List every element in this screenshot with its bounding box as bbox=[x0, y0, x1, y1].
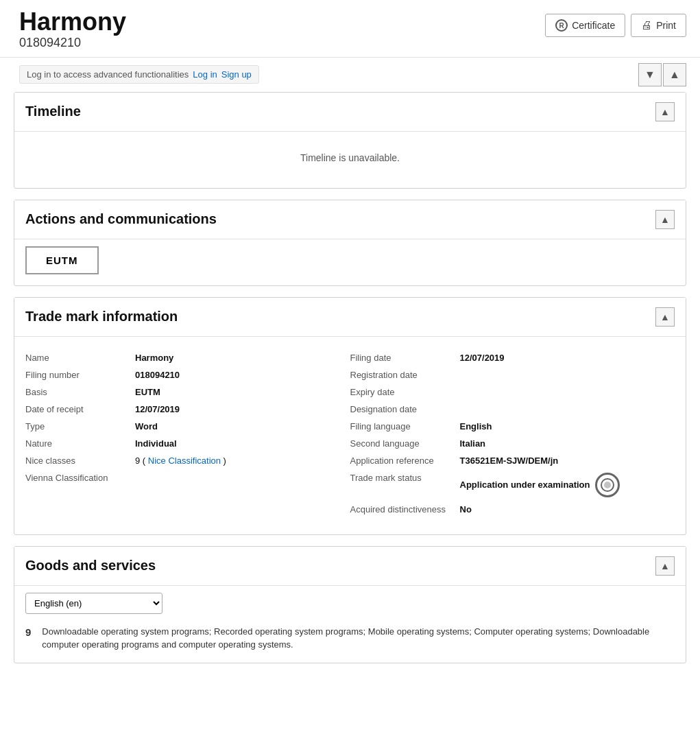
tm-label-filing-language: Filing language bbox=[350, 421, 460, 431]
tm-row-date-receipt: Date of receipt 12/07/2019 bbox=[25, 401, 350, 418]
timeline-section: Timeline ▲ Timeline is unavailable. bbox=[14, 92, 686, 189]
trademark-section-header[interactable]: Trade mark information ▲ bbox=[14, 298, 686, 336]
expand-all-button[interactable]: ▲ bbox=[663, 63, 686, 86]
tm-row-nice-classes: Nice classes 9 ( Nice Classification ) bbox=[25, 452, 350, 469]
tm-label-basis: Basis bbox=[25, 387, 135, 397]
trademark-info-body: Name Harmony Filing number 018094210 Bas… bbox=[14, 336, 686, 534]
tm-row-designation-date: Designation date bbox=[350, 401, 675, 418]
tm-label-filing-date: Filing date bbox=[350, 353, 460, 363]
gs-title: Goods and services bbox=[25, 558, 156, 573]
print-button[interactable]: 🖨 Print bbox=[631, 14, 686, 37]
tm-row-registration-date: Registration date bbox=[350, 366, 675, 383]
tm-value-nature: Individual bbox=[135, 438, 177, 449]
trademark-left-column: Name Harmony Filing number 018094210 Bas… bbox=[25, 349, 350, 518]
tm-label-status: Trade mark status bbox=[350, 473, 460, 483]
print-icon: 🖨 bbox=[641, 19, 652, 32]
tm-value-name: Harmony bbox=[135, 353, 173, 363]
tm-value-basis: EUTM bbox=[135, 387, 160, 397]
actions-title: Actions and communications bbox=[25, 211, 217, 227]
tm-value-filing-number: 018094210 bbox=[135, 370, 180, 380]
language-select[interactable]: English (en) Italian (it) bbox=[25, 593, 162, 614]
tm-label-filing-number: Filing number bbox=[25, 370, 135, 380]
tm-label-name: Name bbox=[25, 353, 135, 363]
login-bar: Log in to access advanced functionalitie… bbox=[0, 58, 700, 92]
page-header: Harmony 018094210 R Certificate 🖨 Print bbox=[0, 0, 700, 58]
trademark-info-title: Trade mark information bbox=[25, 309, 178, 324]
tm-label-expiry-date: Expiry date bbox=[350, 387, 460, 397]
tm-label-registration-date: Registration date bbox=[350, 370, 460, 380]
status-badge: Application under examination bbox=[460, 473, 620, 497]
gs-class-number: 9 bbox=[25, 625, 31, 638]
trademark-right-column: Filing date 12/07/2019 Registration date… bbox=[350, 349, 675, 518]
tm-value-second-language: Italian bbox=[460, 438, 486, 449]
tm-value-date-receipt: 12/07/2019 bbox=[135, 404, 180, 414]
gs-toggle-button[interactable]: ▲ bbox=[655, 556, 675, 576]
login-link[interactable]: Log in bbox=[193, 69, 217, 80]
tm-row-second-language: Second language Italian bbox=[350, 435, 675, 452]
gs-description: Downloadable operating system programs; … bbox=[42, 625, 675, 652]
status-icon bbox=[595, 473, 620, 497]
tm-row-status: Trade mark status Application under exam… bbox=[350, 469, 675, 501]
timeline-title: Timeline bbox=[25, 104, 81, 119]
gs-section-header[interactable]: Goods and services ▲ bbox=[14, 547, 686, 585]
timeline-section-header[interactable]: Timeline ▲ bbox=[14, 93, 686, 131]
tm-value-type: Word bbox=[135, 421, 158, 431]
trademark-table: Name Harmony Filing number 018094210 Bas… bbox=[25, 344, 675, 523]
tm-value-app-reference: T36521EM-SJW/DEM/jn bbox=[460, 456, 559, 466]
actions-section-header[interactable]: Actions and communications ▲ bbox=[14, 200, 686, 239]
goods-services-section: Goods and services ▲ English (en) Italia… bbox=[14, 546, 686, 663]
tm-label-type: Type bbox=[25, 421, 135, 431]
tm-label-acquired: Acquired distinctiveness bbox=[350, 504, 460, 515]
collapse-all-button[interactable]: ▼ bbox=[638, 63, 662, 86]
tm-label-nice-classes: Nice classes bbox=[25, 456, 135, 466]
tm-row-nature: Nature Individual bbox=[25, 435, 350, 452]
tm-row-basis: Basis EUTM bbox=[25, 383, 350, 401]
timeline-body: Timeline is unavailable. bbox=[14, 131, 686, 188]
status-text: Application under examination bbox=[460, 480, 590, 490]
tm-row-filing-language: Filing language English bbox=[350, 418, 675, 435]
tm-label-designation-date: Designation date bbox=[350, 404, 460, 414]
trademark-info-section: Trade mark information ▲ Name Harmony Fi… bbox=[14, 297, 686, 535]
tm-row-expiry-date: Expiry date bbox=[350, 383, 675, 401]
trademark-toggle-button[interactable]: ▲ bbox=[655, 307, 675, 327]
tm-row-vienna: Vienna Classification bbox=[25, 469, 350, 486]
tm-value-filing-language: English bbox=[460, 421, 492, 431]
tm-value-nice-classes: 9 ( Nice Classification ) bbox=[135, 456, 226, 466]
tm-label-app-reference: Application reference bbox=[350, 456, 460, 466]
tm-value-filing-date: 12/07/2019 bbox=[460, 353, 505, 363]
login-bar-left: Log in to access advanced functionalitie… bbox=[19, 65, 259, 84]
tm-label-second-language: Second language bbox=[350, 438, 460, 449]
tm-row-app-reference: Application reference T36521EM-SJW/DEM/j… bbox=[350, 452, 675, 469]
header-actions: R Certificate 🖨 Print bbox=[545, 14, 686, 37]
tm-row-acquired-distinctiveness: Acquired distinctiveness No bbox=[350, 501, 675, 518]
tm-label-date-receipt: Date of receipt bbox=[25, 404, 135, 414]
tm-row-type: Type Word bbox=[25, 418, 350, 435]
timeline-unavailable-message: Timeline is unavailable. bbox=[25, 139, 675, 177]
eutm-button[interactable]: EUTM bbox=[25, 246, 99, 274]
header-title-block: Harmony 018094210 bbox=[19, 8, 126, 50]
app-subtitle: 018094210 bbox=[19, 36, 126, 50]
certificate-label: Certificate bbox=[572, 20, 615, 31]
tm-row-filing-number: Filing number 018094210 bbox=[25, 366, 350, 383]
collapse-controls: ▼ ▲ bbox=[638, 63, 686, 86]
gs-body: English (en) Italian (it) 9 Downloadable… bbox=[14, 585, 686, 663]
tm-row-name: Name Harmony bbox=[25, 349, 350, 366]
tm-row-filing-date: Filing date 12/07/2019 bbox=[350, 349, 675, 366]
certificate-icon: R bbox=[555, 19, 568, 32]
tm-label-vienna: Vienna Classification bbox=[25, 473, 135, 483]
actions-body: EUTM bbox=[14, 239, 686, 285]
print-label: Print bbox=[656, 20, 676, 31]
tm-value-status: Application under examination bbox=[460, 473, 620, 497]
nice-classification-link[interactable]: Nice Classification bbox=[148, 456, 221, 466]
tm-value-acquired: No bbox=[460, 504, 472, 515]
tm-label-nature: Nature bbox=[25, 438, 135, 449]
signup-link[interactable]: Sign up bbox=[221, 69, 252, 80]
timeline-toggle-button[interactable]: ▲ bbox=[655, 102, 675, 121]
gs-entry: 9 Downloadable operating system programs… bbox=[25, 625, 675, 652]
svg-point-1 bbox=[604, 482, 611, 488]
certificate-button[interactable]: R Certificate bbox=[545, 14, 625, 37]
app-title: Harmony bbox=[19, 8, 126, 36]
actions-section: Actions and communications ▲ EUTM bbox=[14, 200, 686, 286]
actions-toggle-button[interactable]: ▲ bbox=[655, 210, 675, 229]
login-message: Log in to access advanced functionalitie… bbox=[27, 69, 189, 80]
